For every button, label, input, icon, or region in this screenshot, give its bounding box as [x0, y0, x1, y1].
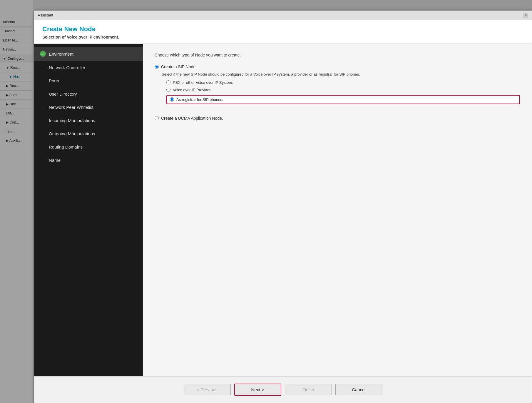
wizard-nav-network-controller-label: Network Controller — [49, 65, 85, 70]
environment-check-icon: ✓ — [40, 51, 46, 57]
wizard-nav-ports[interactable]: Ports — [34, 74, 143, 87]
wizard-nav-name[interactable]: Name — [34, 154, 143, 167]
modal-content: Create New Node Selection of Voice over … — [34, 20, 532, 403]
modal-titlebar: Assistant ✕ — [34, 11, 532, 20]
modal-close-button[interactable]: ✕ — [523, 13, 528, 18]
sip-sub-options: PBX or other Voice over IP System. Voice… — [166, 80, 520, 104]
wizard-nav-environment-label: Environment — [49, 51, 73, 56]
registrar-label[interactable]: As registrar for SIP phones. — [176, 97, 223, 102]
pbx-label[interactable]: PBX or other Voice over IP System. — [173, 80, 233, 85]
wizard-nav-outgoing-manipulations[interactable]: Outgoing Manipulations — [34, 127, 143, 140]
modal-title: Create New Node — [42, 25, 523, 33]
sip-node-radio-row: Create a SIP Node. — [155, 64, 520, 69]
pbx-radio[interactable] — [166, 80, 170, 84]
ucma-label[interactable]: Create a UCMA Application Node. — [161, 116, 223, 121]
modal-footer: < Previous Next > Finish Cancel — [34, 376, 532, 403]
pbx-option: PBX or other Voice over IP System. — [166, 80, 520, 85]
wizard-nav-routing-domains[interactable]: Routing Domains — [34, 140, 143, 154]
ucma-radio[interactable] — [155, 116, 159, 120]
wizard-nav-ports-label: Ports — [49, 78, 59, 83]
wizard-nav-incoming-manipulations[interactable]: Incoming Manipulations — [34, 114, 143, 127]
voip-provider-label[interactable]: Voice over IP Provider. — [173, 88, 211, 92]
modal-dialog: Assistant ✕ Create New Node Selection of… — [34, 10, 532, 403]
modal-subtitle: Selection of Voice over IP environment. — [42, 35, 523, 39]
wizard-navigation: ✓ Environment Network Controller Ports U… — [34, 44, 143, 376]
wizard-nav-network-peer-whitelist[interactable]: Network Peer Whitelist — [34, 101, 143, 114]
ucma-option-group: Create a UCMA Application Node. — [155, 116, 520, 121]
modal-header: Create New Node Selection of Voice over … — [34, 20, 532, 44]
wizard-nav-incoming-manipulations-label: Incoming Manipulations — [49, 118, 95, 123]
wizard-nav-name-label: Name — [49, 158, 61, 163]
cancel-button[interactable]: Cancel — [335, 384, 382, 395]
wizard-nav-network-controller[interactable]: Network Controller — [34, 61, 143, 74]
finish-button[interactable]: Finish — [285, 384, 332, 395]
voip-provider-radio[interactable] — [166, 88, 170, 92]
ucma-radio-row: Create a UCMA Application Node. — [155, 116, 520, 121]
wizard-nav-user-directory-label: User Directory — [49, 91, 77, 96]
sip-node-description: Select if the new SIP Node should be con… — [162, 71, 520, 77]
wizard-nav-routing-domains-label: Routing Domains — [49, 144, 83, 149]
wizard-nav-environment[interactable]: ✓ Environment — [34, 47, 143, 61]
wizard-content-area: Choose which type of Node you want to cr… — [143, 44, 532, 376]
registrar-radio[interactable] — [170, 97, 174, 101]
modal-titlebar-label: Assistant — [38, 13, 53, 17]
modal-body: ✓ Environment Network Controller Ports U… — [34, 44, 532, 376]
sip-node-option-group: Create a SIP Node. Select if the new SIP… — [155, 64, 520, 104]
wizard-nav-user-directory[interactable]: User Directory — [34, 87, 143, 101]
sip-node-label[interactable]: Create a SIP Node. — [161, 64, 197, 69]
wizard-nav-outgoing-manipulations-label: Outgoing Manipulations — [49, 131, 95, 136]
next-button[interactable]: Next > — [234, 384, 281, 396]
previous-button[interactable]: < Previous — [184, 384, 231, 395]
wizard-nav-peer-whitelist-label: Network Peer Whitelist — [49, 105, 93, 110]
voip-provider-option: Voice over IP Provider. — [166, 88, 520, 92]
sip-node-radio[interactable] — [155, 65, 159, 69]
wizard-instruction: Choose which type of Node you want to cr… — [155, 53, 520, 57]
registrar-option-highlighted: As registrar for SIP phones. — [166, 95, 520, 104]
